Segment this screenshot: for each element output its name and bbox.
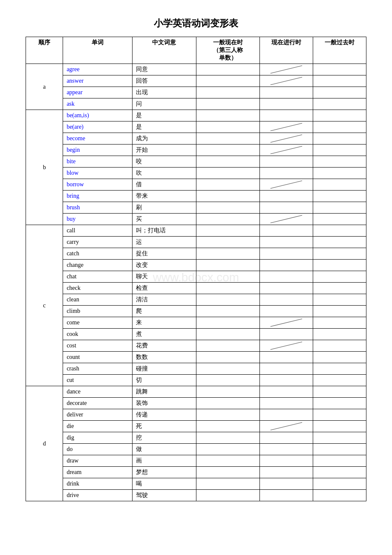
meaning-cell: 咬 (132, 156, 196, 168)
meaning-cell: 喝 (132, 478, 196, 490)
table-row: aagree同意 (26, 64, 366, 75)
meaning-cell: 检查 (132, 283, 196, 294)
empty-cell (260, 467, 313, 478)
table-row: blow吹 (26, 168, 366, 179)
meaning-cell: 借 (132, 179, 196, 191)
empty-cell (260, 248, 313, 260)
header-past: 一般过去时 (313, 37, 366, 64)
empty-cell (313, 409, 366, 421)
empty-cell (196, 75, 260, 87)
word-cell: do (63, 444, 132, 455)
empty-cell (260, 409, 313, 421)
meaning-cell: 刷 (132, 202, 196, 214)
svg-line-1 (271, 77, 302, 85)
section-letter: d (26, 386, 63, 501)
empty-cell (313, 375, 366, 386)
empty-cell (196, 329, 260, 340)
table-row: climb爬 (26, 306, 366, 317)
word-cell: brush (63, 202, 132, 214)
table-row: begin开始 (26, 145, 366, 156)
word-cell: dig (63, 432, 132, 444)
table-row: ddance跳舞 (26, 386, 366, 398)
empty-cell (196, 133, 260, 145)
table-row: dream梦想 (26, 467, 366, 478)
empty-cell (313, 467, 366, 478)
empty-cell (260, 455, 313, 467)
word-cell: ask (63, 98, 132, 110)
word-cell: draw (63, 455, 132, 467)
meaning-cell: 驾驶 (132, 490, 196, 501)
empty-cell (313, 202, 366, 214)
word-cell: blow (63, 168, 132, 179)
empty-cell (196, 179, 260, 191)
meaning-cell: 梦想 (132, 467, 196, 478)
empty-cell (196, 317, 260, 329)
table-row: appear出现 (26, 87, 366, 98)
table-row: die死 (26, 421, 366, 432)
table-row: cut切 (26, 375, 366, 386)
empty-cell (260, 432, 313, 444)
meaning-cell: 买 (132, 214, 196, 225)
meaning-cell: 死 (132, 421, 196, 432)
table-row: be(are)是 (26, 121, 366, 133)
empty-cell (313, 260, 366, 271)
empty-cell (196, 490, 260, 501)
meaning-cell: 清洁 (132, 294, 196, 306)
empty-cell (313, 317, 366, 329)
meaning-cell: 花费 (132, 340, 196, 352)
meaning-cell: 切 (132, 375, 196, 386)
word-cell: come (63, 317, 132, 329)
verb-table: 顺序 单词 中文词意 一般现在时 （第三人称 单数） 现在进行时 一般过去时 a… (26, 37, 366, 501)
word-cell: cook (63, 329, 132, 340)
word-cell: dance (63, 386, 132, 398)
word-cell: climb (63, 306, 132, 317)
meaning-cell: 吹 (132, 168, 196, 179)
empty-cell (313, 225, 366, 237)
empty-cell (196, 294, 260, 306)
empty-cell (196, 225, 260, 237)
meaning-cell: 碰撞 (132, 363, 196, 375)
empty-cell (313, 444, 366, 455)
meaning-cell: 问 (132, 98, 196, 110)
svg-line-8 (271, 342, 302, 350)
table-row: cost花费 (26, 340, 366, 352)
table-row: answer回答 (26, 75, 366, 87)
empty-cell (313, 478, 366, 490)
svg-line-5 (271, 181, 302, 188)
table-row: ccall叫；打电话 (26, 225, 366, 237)
table-row: dig挖 (26, 432, 366, 444)
empty-cell (313, 432, 366, 444)
header-meaning: 中文词意 (132, 37, 196, 64)
table-row: decorate装饰 (26, 398, 366, 409)
empty-cell (313, 490, 366, 501)
empty-cell (260, 306, 313, 317)
empty-cell (196, 375, 260, 386)
table-row: catch捉住 (26, 248, 366, 260)
empty-cell (196, 168, 260, 179)
meaning-cell: 出现 (132, 87, 196, 98)
empty-cell (196, 306, 260, 317)
svg-line-2 (271, 123, 302, 131)
table-row: buy买 (26, 214, 366, 225)
meaning-cell: 开始 (132, 145, 196, 156)
word-cell: die (63, 421, 132, 432)
empty-cell (196, 156, 260, 168)
meaning-cell: 捉住 (132, 248, 196, 260)
section-letter: a (26, 64, 63, 110)
empty-cell (313, 121, 366, 133)
empty-cell (196, 352, 260, 363)
empty-cell (196, 455, 260, 467)
table-row: deliver传递 (26, 409, 366, 421)
empty-cell (196, 432, 260, 444)
meaning-cell: 做 (132, 444, 196, 455)
empty-cell (260, 444, 313, 455)
empty-cell (260, 294, 313, 306)
empty-cell (260, 283, 313, 294)
header-word: 单词 (63, 37, 132, 64)
empty-cell (260, 375, 313, 386)
empty-cell (260, 87, 313, 98)
empty-cell (260, 260, 313, 271)
empty-cell (260, 168, 313, 179)
word-cell: begin (63, 145, 132, 156)
empty-cell (260, 329, 313, 340)
